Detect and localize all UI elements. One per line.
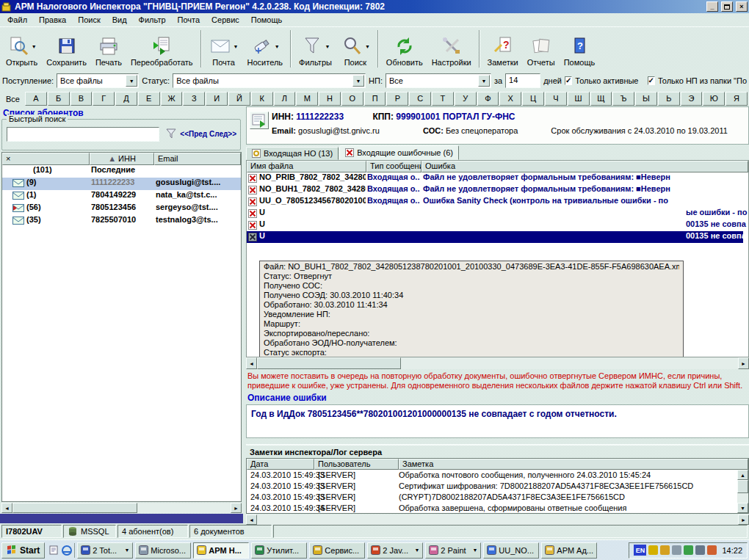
toolbar-button[interactable]: Переобработать [126, 28, 198, 70]
np-filter-select[interactable]: Все ▼ [386, 73, 491, 88]
language-indicator[interactable]: EN [634, 545, 646, 556]
tray-icon-1[interactable] [648, 545, 658, 555]
subscriber-row[interactable]: (35)7825507010testnalog3@ts... [2, 215, 241, 228]
next-link[interactable]: След>> [209, 130, 236, 138]
menu-item[interactable]: Правка [33, 14, 72, 26]
tab-incoming-errors[interactable]: Входящие ошибочные (6) [339, 145, 459, 160]
log-row[interactable]: 24.03.2010 15:49:33[SERVER]Сертификат ши… [247, 481, 748, 492]
toolbar-button[interactable]: ▼Фильтры [294, 28, 336, 70]
alphabet-tab[interactable]: В [70, 92, 93, 106]
subscriber-row[interactable]: (1)7804149229nata_ka@tst.c... [2, 190, 241, 203]
scroll-left-icon[interactable]: ◄ [246, 357, 257, 369]
toolbar-button[interactable]: Обновить [382, 28, 427, 70]
funnel-icon[interactable] [165, 128, 177, 139]
alphabet-tab[interactable]: Ц [522, 92, 544, 106]
alphabet-tab[interactable]: Щ [590, 92, 612, 106]
taskbar-button[interactable]: Microso... [135, 542, 191, 559]
toolbar-button[interactable]: Сохранить [42, 28, 91, 70]
alphabet-tab[interactable]: Ч [545, 92, 567, 106]
receipt-filter-select[interactable]: Все файлы ▼ [57, 73, 139, 88]
alphabet-tab[interactable]: О [341, 92, 363, 106]
alphabet-tab[interactable]: Ш [568, 92, 590, 106]
alphabet-tab[interactable]: Р [386, 92, 408, 106]
toolbar-button[interactable]: ?Заметки [483, 28, 523, 70]
taskbar-button[interactable]: 2 Tot...▼ [77, 542, 133, 559]
alphabet-tab[interactable]: С [409, 92, 431, 106]
alphabet-tab[interactable]: И [206, 92, 228, 106]
alphabet-tab[interactable]: Н [319, 92, 341, 106]
alphabet-tab[interactable]: З [183, 92, 205, 106]
scroll-thumb[interactable] [257, 357, 401, 369]
column-header-filename[interactable]: Имя файла [247, 161, 366, 172]
alphabet-tab-all[interactable]: Все [1, 93, 24, 106]
alphabet-tab[interactable]: Э [681, 92, 703, 106]
toolbar-button[interactable]: Печать [91, 28, 126, 70]
scroll-right-icon[interactable]: ► [738, 357, 749, 369]
alphabet-tab[interactable]: Ж [161, 92, 183, 106]
alphabet-tab[interactable]: У [455, 92, 477, 106]
subscriber-row[interactable]: (101)Последние [2, 165, 241, 178]
status-filter-select[interactable]: Все файлы ▼ [173, 73, 366, 88]
menu-item[interactable]: Сервис [206, 14, 245, 26]
internet-explorer-icon[interactable] [62, 545, 72, 556]
start-button[interactable]: Start [1, 542, 45, 559]
toolbar-button[interactable]: ▼Носитель [243, 28, 288, 70]
files-hscrollbar[interactable]: ◄ ► [246, 357, 749, 369]
tray-icon-2[interactable] [660, 545, 670, 555]
chevron-down-icon[interactable]: ▼ [365, 44, 370, 49]
toolbar-button[interactable]: ▼Открыть [1, 28, 42, 70]
toolbar-button[interactable]: ?Помощь [560, 28, 600, 70]
tab-incoming-no[interactable]: Входящая НО (13) [246, 147, 339, 160]
chevron-down-icon[interactable]: ▼ [325, 44, 330, 49]
log-row[interactable]: 24.03.2010 15:49:33[SERVER](CRYPT)7D8002… [247, 492, 748, 503]
close-button[interactable]: × [736, 1, 748, 12]
chevron-down-icon[interactable]: ▼ [275, 44, 280, 49]
chevron-down-icon[interactable]: ▼ [352, 75, 364, 87]
column-header-user[interactable]: Пользователь [314, 459, 399, 470]
alphabet-tab[interactable]: Е [138, 92, 160, 106]
alphabet-tab[interactable]: П [364, 92, 386, 106]
alphabet-tab[interactable]: Я [726, 92, 748, 106]
chevron-down-icon[interactable]: ▼ [234, 44, 239, 49]
alphabet-tab[interactable]: Ю [703, 92, 725, 106]
chevron-down-icon[interactable]: ▼ [414, 548, 419, 553]
column-header-error[interactable]: Ошибка [421, 161, 748, 172]
alphabet-tab[interactable]: Ы [635, 92, 657, 106]
only-active-checkbox[interactable]: ✓ [565, 76, 572, 85]
file-row[interactable]: UU_O_7805123456780201001...Входящая о...… [247, 196, 743, 208]
menu-item[interactable]: Вид [106, 14, 133, 26]
taskbar-button[interactable]: 2 Jav...▼ [367, 542, 423, 559]
column-header-date[interactable]: Дата [247, 459, 314, 470]
show-desktop-icon[interactable] [49, 545, 59, 555]
scroll-thumb[interactable] [737, 480, 748, 493]
tray-icon-6[interactable] [707, 545, 717, 555]
chevron-down-icon[interactable]: ▼ [478, 75, 490, 87]
file-row[interactable]: NO_PRIB_7802_7802_342805...Входящая о...… [247, 172, 743, 184]
toolbar-button[interactable]: ▼Почта [205, 28, 243, 70]
file-row[interactable]: NO_BUH1_7802_7802_342805...Входящая о...… [247, 184, 743, 196]
scroll-right-icon[interactable]: ► [231, 503, 242, 513]
alphabet-tab[interactable]: Д [115, 92, 137, 106]
subscriber-row[interactable]: (9)1111222233gosuslugi@tst.... [2, 178, 241, 190]
log-row[interactable]: 24.03.2010 15:49:34[SERVER]Обработка зав… [247, 503, 748, 514]
taskbar-button[interactable]: UU_NO... [483, 542, 539, 559]
quick-search-input[interactable] [7, 127, 159, 142]
chevron-down-icon[interactable]: ▼ [126, 75, 137, 87]
alphabet-tab[interactable]: Й [228, 92, 250, 106]
taskbar-button[interactable]: 2 Paint▼ [425, 542, 481, 559]
toolbar-button[interactable]: Отчеты [523, 28, 560, 70]
tray-icon-5[interactable] [695, 545, 705, 555]
log-vscrollbar[interactable]: ▲ ▼ [737, 470, 748, 513]
tray-icon-3[interactable] [672, 545, 681, 555]
column-header-inn[interactable]: ▲ ИНН [90, 153, 154, 165]
scroll-thumb[interactable] [12, 503, 137, 513]
toolbar-button[interactable]: Настройки [427, 28, 476, 70]
subscriber-row[interactable]: (56)7805123456sergeyso@tst.... [2, 203, 241, 215]
scroll-down-icon[interactable]: ▼ [737, 503, 748, 513]
alphabet-tab[interactable]: К [251, 92, 273, 106]
alphabet-tab[interactable]: Х [499, 92, 521, 106]
menu-item[interactable]: Поиск [72, 14, 106, 26]
menu-item[interactable]: Фильтр [133, 14, 172, 26]
column-header-msgtype[interactable]: Тип сообщения [366, 161, 421, 172]
taskbar-button[interactable]: Сервис... [309, 542, 365, 559]
